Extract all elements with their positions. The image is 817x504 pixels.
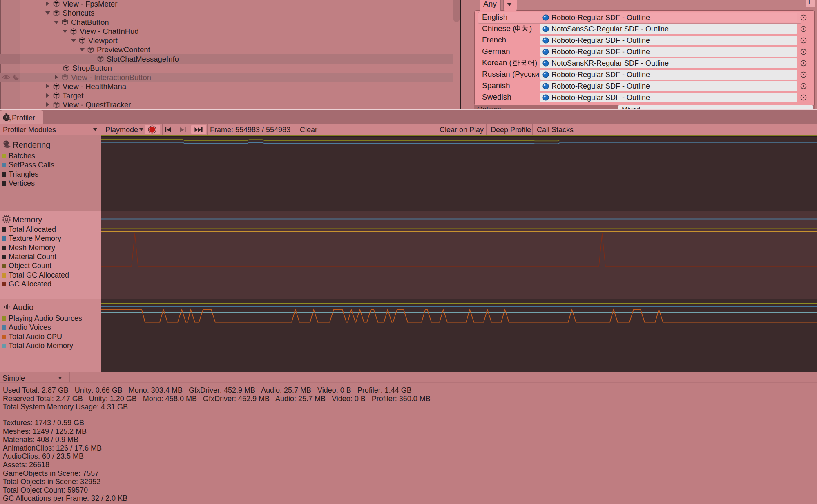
svg-text:Q: Q [9,118,11,122]
